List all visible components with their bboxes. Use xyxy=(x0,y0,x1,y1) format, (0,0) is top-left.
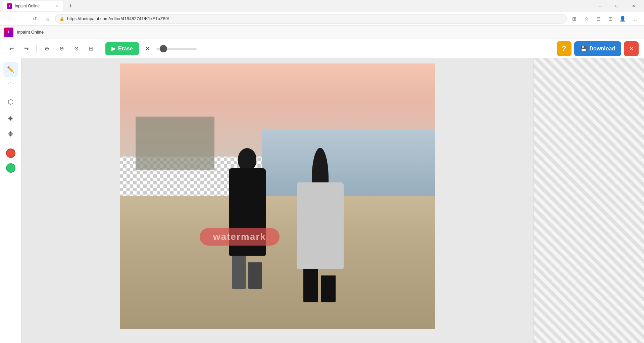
translate-button[interactable]: ⊞ xyxy=(569,13,580,24)
tab-close-button[interactable]: ✕ xyxy=(54,3,59,9)
collections-button[interactable]: ⊡ xyxy=(605,13,616,24)
person2-leg-right xyxy=(321,275,336,302)
lasso-icon: ⌒ xyxy=(7,81,14,90)
maximize-button[interactable]: □ xyxy=(609,1,625,11)
menu-button[interactable]: … xyxy=(629,13,640,24)
nav-right-buttons: ⊞ ☆ ⊟ ⊡ 👤 … xyxy=(569,13,640,24)
title-bar: I Inpaint Online ✕ + ─ □ ✕ xyxy=(0,0,644,12)
favorites-button[interactable]: ⊟ xyxy=(593,13,604,24)
foreground-color-swatch[interactable] xyxy=(6,148,15,158)
navigation-bar: ← → ↺ ⌂ 🔒 https://theinpaint.com/editor/… xyxy=(0,12,644,26)
download-label: Download xyxy=(590,46,615,52)
move-tool-button[interactable]: ✥ xyxy=(3,127,18,141)
forward-button[interactable]: → xyxy=(17,13,28,24)
sand-layer xyxy=(120,196,435,329)
toolbar: ↩ ↪ ⊕ ⊖ ⊙ ⊟ ▶ Erase ✕ ? 💾 Download ✕ xyxy=(0,39,644,58)
move-icon: ✥ xyxy=(8,130,13,138)
download-icon: 💾 xyxy=(580,45,587,52)
redo-button[interactable]: ↪ xyxy=(20,43,32,55)
tab-favicon: I xyxy=(7,3,12,9)
sidebar-divider xyxy=(5,145,17,145)
cancel-button[interactable]: ✕ xyxy=(142,43,154,55)
app-logo: I xyxy=(4,28,13,37)
person1-head xyxy=(238,148,256,170)
help-button[interactable]: ? xyxy=(557,41,572,56)
back-button[interactable]: ← xyxy=(4,13,15,24)
wall-layer xyxy=(136,117,214,170)
browser-tab[interactable]: I Inpaint Online ✕ xyxy=(3,1,63,11)
person2-body xyxy=(297,182,344,269)
person1-legs xyxy=(232,256,262,289)
zoom-out-button[interactable]: ⊖ xyxy=(55,43,67,55)
watermark-overlay: watermark xyxy=(200,228,280,246)
person1-figure xyxy=(224,148,271,289)
erase-button[interactable]: ▶ Erase xyxy=(105,42,139,55)
zoom-reset-button[interactable]: ⊙ xyxy=(70,43,82,55)
refresh-button[interactable]: ↺ xyxy=(30,13,40,24)
zoom-in-button[interactable]: ⊕ xyxy=(41,43,53,55)
slider-thumb[interactable] xyxy=(160,45,167,52)
polygon-tool-button[interactable]: ⬡ xyxy=(3,94,18,109)
window-controls: ─ □ ✕ xyxy=(592,1,641,11)
image-canvas: watermark xyxy=(120,63,435,329)
eraser-icon: ◈ xyxy=(8,114,13,122)
zoom-fit-button[interactable]: ⊟ xyxy=(85,43,97,55)
toolbar-right: ? 💾 Download ✕ xyxy=(557,41,639,56)
person2-legs xyxy=(303,269,337,302)
home-button[interactable]: ⌂ xyxy=(42,13,53,24)
erase-label: Erase xyxy=(118,46,133,52)
lock-icon: 🔒 xyxy=(59,16,64,21)
toolbar-separator-1 xyxy=(36,45,37,53)
minimize-button[interactable]: ─ xyxy=(592,1,608,11)
slider-track[interactable] xyxy=(156,48,197,50)
address-text: https://theinpaint.com/editor/419482741/… xyxy=(67,16,169,21)
lasso-tool-button[interactable]: ⌒ xyxy=(3,78,18,93)
main-area: ✏️ ⌒ ⬡ ◈ ✥ xyxy=(0,58,644,343)
left-sidebar: ✏️ ⌒ ⬡ ◈ ✥ xyxy=(0,58,21,343)
photo-layer: watermark xyxy=(120,63,435,329)
toolbar-separator-2 xyxy=(101,45,101,53)
polygon-icon: ⬡ xyxy=(8,98,13,106)
right-panel xyxy=(533,58,644,343)
download-button[interactable]: 💾 Download xyxy=(574,41,621,56)
address-bar[interactable]: 🔒 https://theinpaint.com/editor/41948274… xyxy=(55,14,567,24)
profile-button[interactable]: 👤 xyxy=(617,13,628,24)
undo-button[interactable]: ↩ xyxy=(5,43,17,55)
watermark-text: watermark xyxy=(213,231,266,242)
tab-title: Inpaint Online xyxy=(15,4,40,8)
brush-size-slider[interactable] xyxy=(156,48,197,50)
person2-leg-left xyxy=(303,269,318,302)
person1-leg-left xyxy=(232,256,246,289)
close-editor-button[interactable]: ✕ xyxy=(624,41,639,56)
brush-icon: ✏️ xyxy=(7,66,14,73)
new-tab-button[interactable]: + xyxy=(66,1,75,11)
app-name: Inpaint Online xyxy=(17,30,44,35)
background-color-swatch[interactable] xyxy=(6,163,15,173)
person2-figure xyxy=(293,148,347,302)
app-header: I Inpaint Online xyxy=(0,26,644,39)
canvas-area[interactable]: watermark xyxy=(21,58,533,343)
eraser-tool-button[interactable]: ◈ xyxy=(3,111,18,125)
favorites-star-button[interactable]: ☆ xyxy=(581,13,592,24)
brush-tool-button[interactable]: ✏️ xyxy=(3,62,18,77)
person1-leg-right xyxy=(248,262,262,289)
window-close-button[interactable]: ✕ xyxy=(626,1,641,11)
erase-play-icon: ▶ xyxy=(111,45,115,52)
